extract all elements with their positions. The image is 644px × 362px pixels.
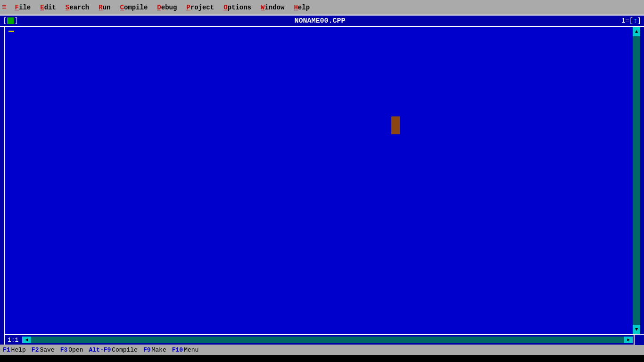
- fkey-f9: F9: [143, 346, 151, 354]
- fkey-f1: F1: [3, 346, 10, 354]
- fkey-menu[interactable]: F10 Menu: [172, 346, 199, 354]
- fkey-f3: F3: [60, 346, 68, 354]
- fkey-compile-label: Compile: [112, 346, 138, 354]
- close-button[interactable]: [7, 17, 14, 24]
- scroll-up-button[interactable]: ▲: [633, 27, 640, 36]
- status-row: 1:1 ◄ ►: [4, 334, 644, 345]
- menu-edit[interactable]: Edit: [35, 2, 61, 13]
- fkey-make-label: Make: [152, 346, 166, 354]
- brown-rect: [391, 116, 400, 134]
- fkey-open[interactable]: F3 Open: [60, 346, 83, 354]
- menu-compile[interactable]: Compile: [116, 2, 153, 13]
- editor-title: NONAME00.CPP: [18, 17, 621, 25]
- fkey-menu-label: Menu: [184, 346, 198, 354]
- status-corner: [634, 335, 644, 345]
- title-close-bracket: ]: [637, 17, 641, 25]
- editor-area: [ ] NONAME00.CPP 1 =[ ↕ ] ▲ ▼ 1:1 ◄ ►: [0, 15, 644, 345]
- fkey-help[interactable]: F1 Help: [3, 346, 26, 354]
- menu-search[interactable]: Search: [61, 2, 94, 13]
- fkey-open-label: Open: [68, 346, 83, 354]
- fkey-make[interactable]: F9 Make: [143, 346, 166, 354]
- horizontal-scrollbar: ◄ ►: [22, 337, 633, 343]
- vertical-scrollbar: ▲ ▼: [633, 27, 640, 334]
- fkey-compile[interactable]: Alt-F9 Compile: [89, 346, 137, 354]
- scroll-track[interactable]: [633, 36, 640, 325]
- zoom-icon[interactable]: ↕: [633, 17, 637, 25]
- text-cursor: [8, 31, 14, 32]
- title-bracket-left: [: [3, 17, 7, 25]
- menu-run[interactable]: Run: [94, 2, 115, 13]
- scroll-down-button[interactable]: ▼: [633, 325, 640, 334]
- fkey-altf9: Alt-F9: [89, 346, 111, 354]
- menu-debug[interactable]: Debug: [152, 2, 182, 13]
- menu-file[interactable]: File: [10, 2, 36, 13]
- scroll-right-button[interactable]: ►: [624, 337, 633, 343]
- fkey-help-label: Help: [11, 346, 26, 354]
- menu-help[interactable]: Help: [289, 2, 314, 13]
- scroll-left-button[interactable]: ◄: [22, 337, 31, 343]
- title-separator: =[: [625, 17, 633, 25]
- title-bracket-right: ]: [14, 17, 18, 25]
- editor-content-area[interactable]: [5, 27, 636, 334]
- cursor-position: 1:1: [5, 337, 21, 344]
- fkey-save-label: Save: [40, 346, 54, 354]
- menu-window[interactable]: Window: [256, 2, 289, 13]
- function-key-bar: F1 Help F2 Save F3 Open Alt-F9 Compile F…: [0, 345, 644, 355]
- fkey-f2: F2: [32, 346, 39, 354]
- menu-options[interactable]: Options: [219, 2, 256, 13]
- menu-project[interactable]: Project: [182, 2, 219, 13]
- menu-bar: ≡ File Edit Search Run Compile Debug Pro…: [0, 0, 644, 15]
- scroll-horiz-track[interactable]: [31, 337, 624, 343]
- system-menu-icon[interactable]: ≡: [2, 3, 7, 12]
- window-number: 1: [621, 17, 625, 25]
- editor-titlebar: [ ] NONAME00.CPP 1 =[ ↕ ]: [0, 15, 644, 27]
- fkey-save[interactable]: F2 Save: [32, 346, 55, 354]
- fkey-f10: F10: [172, 346, 183, 354]
